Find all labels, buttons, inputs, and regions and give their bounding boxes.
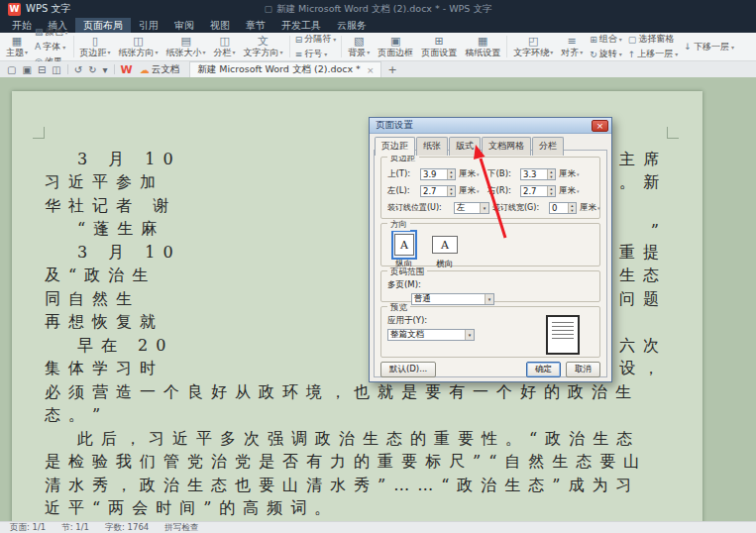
- chevron-down-icon[interactable]: ▾: [100, 64, 111, 75]
- unit-dropdown[interactable]: 厘米▾: [459, 185, 485, 197]
- multiple-pages-dropdown[interactable]: 普通▾: [411, 293, 494, 305]
- tab-developer[interactable]: 开发工具: [273, 18, 329, 33]
- text-wrap-icon: ◰: [528, 36, 538, 48]
- titlebar: W WPS 文字 ▢新建 Microsoft Word 文档 (2).docx …: [0, 0, 756, 18]
- spinner-arrows[interactable]: ▴▾: [568, 203, 576, 213]
- cloud-docs-button[interactable]: ☁ 云文档: [136, 63, 184, 76]
- status-page: 页面: 1/1: [10, 522, 46, 533]
- top-margin-input[interactable]: 3.9▴▾: [420, 168, 456, 180]
- chevron-down-icon: ▾: [367, 48, 370, 57]
- columns-button[interactable]: ◫ 分栏▾: [210, 34, 240, 59]
- new-tab-button[interactable]: +: [381, 63, 402, 76]
- bring-forward-icon: ↑: [628, 50, 636, 59]
- text-wrap-button[interactable]: ◰ 文字环绕▾: [509, 34, 557, 59]
- redo-icon[interactable]: ↻: [85, 64, 99, 75]
- default-button[interactable]: 默认(D)...: [380, 362, 436, 377]
- align-button[interactable]: ≡ 对齐▾: [557, 34, 587, 59]
- chevron-down-icon: ▾: [65, 29, 68, 36]
- bottom-margin-input[interactable]: 3.3▴▾: [520, 168, 556, 180]
- ribbon-separator: [506, 36, 507, 57]
- dialog-tab-margins[interactable]: 页边距: [375, 137, 415, 156]
- save-icon[interactable]: ▣: [19, 64, 34, 75]
- ribbon-separator: [341, 36, 342, 57]
- right-margin-input[interactable]: 2.7▴▾: [520, 185, 556, 197]
- ok-button[interactable]: 确定: [526, 362, 561, 377]
- line-numbers-button[interactable]: ≡行号▾: [295, 48, 337, 60]
- group-icon: ⊞: [590, 35, 597, 45]
- apply-to-dropdown[interactable]: 整篇文档▾: [387, 329, 475, 341]
- undo-icon[interactable]: ↺: [71, 64, 85, 75]
- chevron-down-icon: ▾: [577, 188, 580, 194]
- margin-corner-mark: [33, 127, 45, 139]
- text-direction-button[interactable]: 文 文字方向▾: [240, 34, 287, 59]
- breaks-button[interactable]: ⊟分隔符▾: [295, 33, 337, 46]
- margins-icon: ▯: [92, 36, 98, 48]
- dialog-tab-layout[interactable]: 版式: [449, 137, 481, 156]
- unit-dropdown[interactable]: 厘米▾: [559, 185, 585, 197]
- page-range-group-legend: 页码范围: [387, 266, 427, 278]
- page-setup-icon: ⊞: [435, 36, 444, 48]
- spinner-arrows[interactable]: ▴▾: [447, 169, 455, 179]
- tab-cloud-services[interactable]: 云服务: [329, 18, 375, 33]
- unit-dropdown[interactable]: 厘米▾: [559, 168, 585, 180]
- gutter-position-dropdown[interactable]: 左▾: [454, 202, 489, 214]
- dialog-tab-document-grid[interactable]: 文档网格: [482, 137, 531, 156]
- print-icon[interactable]: ⊟: [35, 64, 49, 75]
- tab-view[interactable]: 视图: [202, 18, 238, 33]
- new-document-icon[interactable]: ▢: [4, 64, 19, 75]
- paper-orientation-button[interactable]: ◫ 纸张方向▾: [115, 34, 162, 59]
- dialog-titlebar[interactable]: 页面设置 ×: [370, 118, 611, 134]
- fonts-button[interactable]: A字体▾: [35, 41, 68, 53]
- chevron-down-icon: ▾: [619, 51, 622, 57]
- tab-references[interactable]: 引用: [131, 18, 166, 33]
- send-backward-button[interactable]: ↓下移一层▾: [684, 41, 734, 53]
- status-wordcount[interactable]: 字数: 1764: [105, 522, 149, 533]
- manuscript-setup-icon: ▦: [478, 36, 487, 48]
- chevron-down-icon: ▾: [577, 171, 580, 177]
- chevron-down-icon: ▾: [731, 44, 734, 51]
- spinner-arrows[interactable]: ▴▾: [547, 186, 555, 196]
- wps-w-icon[interactable]: W: [118, 63, 136, 76]
- theme-button[interactable]: ▦ 主题▾: [2, 34, 32, 59]
- spinner-arrows[interactable]: ▴▾: [447, 186, 455, 196]
- tab-section[interactable]: 章节: [238, 18, 273, 33]
- margins-button[interactable]: ▯ 页边距▾: [76, 34, 115, 59]
- ribbon-tab-strip: 开始 插入 页面布局 引用 审阅 视图 章节 开发工具 云服务: [0, 18, 756, 33]
- status-spellcheck[interactable]: 拼写检查: [164, 522, 198, 533]
- dialog-close-button[interactable]: ×: [592, 120, 608, 132]
- selection-pane-button[interactable]: ▢选择窗格: [628, 33, 679, 46]
- landscape-option[interactable]: A 横向: [431, 232, 459, 270]
- tab-review[interactable]: 审阅: [166, 18, 202, 33]
- group-button[interactable]: ⊞组合▾: [590, 33, 622, 46]
- page-border-icon: ▣: [390, 36, 400, 48]
- rotate-button[interactable]: ↻旋转▾: [590, 48, 622, 60]
- tab-page-layout[interactable]: 页面布局: [75, 18, 131, 33]
- dialog-tab-strip: 页边距 纸张 版式 文档网格 分栏: [375, 137, 565, 156]
- spinner-arrows[interactable]: ▴▾: [547, 169, 555, 179]
- close-tab-icon[interactable]: ×: [367, 65, 375, 75]
- orientation-group-legend: 方向: [387, 219, 410, 231]
- dialog-tab-paper[interactable]: 纸张: [416, 137, 448, 156]
- unit-dropdown[interactable]: 厘米▾: [580, 202, 605, 214]
- left-margin-input[interactable]: 2.7▴▾: [420, 185, 456, 197]
- paper-size-icon: ▤: [180, 36, 190, 48]
- gutter-position-label: 装订线位置(U):: [387, 202, 451, 213]
- page-setup-button[interactable]: ⊞ 页面设置: [417, 34, 461, 59]
- colors-button[interactable]: ▨颜色▾: [35, 26, 68, 39]
- paper-size-button[interactable]: ▤ 纸张大小▾: [162, 34, 210, 59]
- cloud-icon: ☁: [140, 64, 150, 75]
- background-button[interactable]: ▧ 背景▾: [344, 34, 374, 59]
- bring-forward-button[interactable]: ↑上移一层▾: [628, 48, 679, 60]
- manuscript-setup-button[interactable]: ▦ 稿纸设置: [461, 34, 504, 59]
- dialog-buttons: 默认(D)... 确定 取消: [380, 362, 600, 377]
- doc-line: 必须营造一个良好从政环境，也就是要有一个好的政治生: [45, 379, 667, 403]
- chevron-down-icon: ▾: [465, 330, 474, 340]
- print-preview-icon[interactable]: ◫: [49, 64, 63, 75]
- dialog-tab-columns[interactable]: 分栏: [532, 137, 564, 156]
- gutter-width-input[interactable]: 0▴▾: [549, 202, 577, 214]
- page-border-button[interactable]: ▣ 页面边框: [374, 34, 417, 59]
- unit-dropdown[interactable]: 厘米▾: [459, 168, 485, 180]
- document-tab[interactable]: 新建 Microsoft Word 文档 (2).docx * ×: [189, 61, 381, 77]
- portrait-option[interactable]: A 纵向: [393, 232, 415, 270]
- cancel-button[interactable]: 取消: [566, 362, 600, 377]
